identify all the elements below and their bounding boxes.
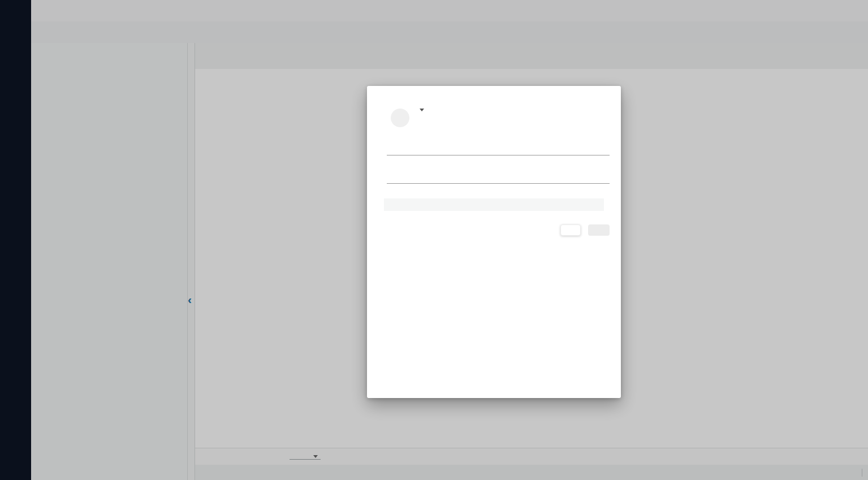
share-modal — [367, 86, 621, 398]
external-share-to-input[interactable] — [387, 168, 610, 184]
empty-external-list — [384, 198, 604, 211]
chevron-down-icon — [420, 109, 424, 111]
share-to-input[interactable] — [387, 140, 610, 155]
close-button[interactable] — [560, 224, 581, 236]
access-level-select[interactable] — [416, 109, 424, 111]
access-level-row — [391, 109, 604, 127]
modal-actions — [384, 224, 610, 236]
share-button[interactable] — [588, 224, 610, 236]
group-icon — [391, 109, 409, 127]
